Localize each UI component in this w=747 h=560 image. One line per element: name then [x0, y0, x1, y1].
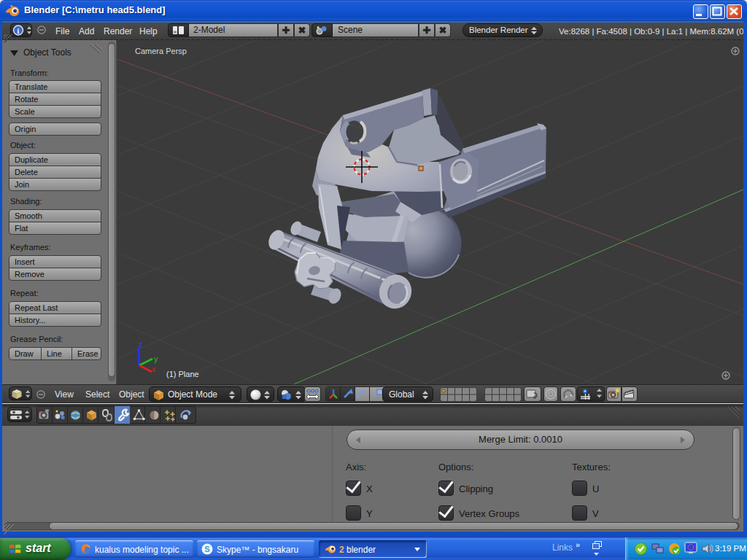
svg-text:z: z — [139, 340, 143, 349]
svg-text:x: x — [152, 365, 156, 373]
svg-text:y: y — [154, 354, 158, 363]
svg-text:S: S — [204, 545, 209, 553]
svg-text:(1) Plane: (1) Plane — [166, 370, 199, 378]
svg-text:Camera Persp: Camera Persp — [135, 47, 187, 55]
